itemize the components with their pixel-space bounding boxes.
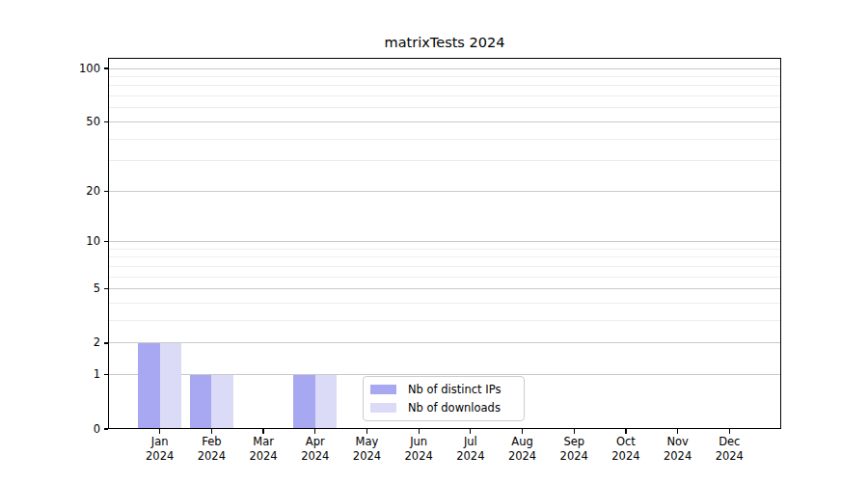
chart-title: matrixTests 2024 (108, 35, 781, 51)
gridline-minor (109, 303, 780, 304)
gridline-major (109, 342, 780, 343)
gridline-minor (109, 160, 780, 161)
y-tick-mark (104, 121, 108, 122)
legend-swatch-distinct-ips (370, 385, 396, 395)
bar-jan-downloads (160, 343, 181, 428)
gridline-minor (109, 320, 780, 321)
x-tick-mark (729, 429, 730, 434)
gridline-major (109, 68, 780, 69)
x-tick-label: Sep 2024 (545, 435, 603, 464)
gridline-major (109, 288, 780, 289)
x-tick-mark (625, 429, 626, 434)
bar-feb-downloads (211, 375, 232, 428)
chart-figure: matrixTests 2024 Nb of distinct IPs Nb o… (0, 0, 868, 482)
gridline-minor (109, 266, 780, 267)
gridline-major (109, 241, 780, 242)
x-tick-mark (470, 429, 471, 434)
bar-apr-downloads (315, 375, 337, 428)
x-tick-mark (677, 429, 678, 434)
axis-spine-top (108, 58, 781, 59)
legend: Nb of distinct IPs Nb of downloads (363, 376, 525, 421)
x-tick-mark (159, 429, 160, 434)
legend-swatch-downloads (370, 403, 396, 414)
y-tick-mark (104, 67, 108, 68)
y-tick-label: 100 (29, 62, 100, 76)
x-tick-label: Aug 2024 (494, 435, 552, 464)
x-tick-mark (419, 429, 420, 434)
gridline-major (109, 191, 780, 192)
x-tick-label: Apr 2024 (286, 435, 344, 464)
x-tick-label: Dec 2024 (700, 435, 758, 464)
x-tick-label: Feb 2024 (182, 435, 240, 464)
gridline-minor (109, 85, 780, 86)
x-tick-label: Jun 2024 (390, 435, 448, 464)
x-tick-label: Jul 2024 (442, 435, 500, 464)
x-tick-label: Nov 2024 (649, 435, 707, 464)
x-tick-label: Jan 2024 (131, 435, 189, 464)
gridline-major (109, 121, 780, 122)
y-tick-mark (104, 342, 108, 343)
y-tick-mark (104, 374, 108, 375)
x-tick-mark (262, 429, 263, 434)
y-tick-label: 0 (29, 422, 100, 437)
y-tick-mark (104, 288, 108, 289)
x-tick-label: Oct 2024 (597, 435, 655, 464)
gridline-minor (109, 95, 780, 96)
y-tick-label: 10 (29, 234, 100, 249)
x-tick-mark (211, 429, 212, 434)
y-tick-label: 2 (29, 335, 100, 350)
legend-label-distinct-ips: Nb of distinct IPs (408, 384, 501, 396)
bar-apr-distinct-ips (293, 375, 314, 428)
gridline-minor (109, 277, 780, 278)
gridline-minor (109, 249, 780, 250)
y-tick-mark (104, 428, 108, 429)
gridline-minor (109, 76, 780, 77)
axis-spine-bottom (108, 428, 781, 429)
y-tick-mark (104, 191, 108, 192)
legend-entry-downloads: Nb of downloads (370, 402, 516, 415)
legend-entry-distinct-ips: Nb of distinct IPs (370, 384, 516, 396)
x-tick-mark (574, 429, 575, 434)
y-tick-label: 50 (29, 115, 100, 129)
gridline-minor (109, 139, 780, 140)
plot-area: Nb of distinct IPs Nb of downloads (108, 58, 781, 429)
x-tick-label: May 2024 (338, 435, 395, 464)
x-tick-mark (314, 429, 315, 434)
gridline-minor (109, 107, 780, 108)
bar-jan-distinct-ips (138, 343, 159, 428)
x-tick-mark (366, 429, 367, 434)
legend-label-downloads: Nb of downloads (408, 402, 501, 415)
x-tick-label: Mar 2024 (234, 435, 292, 464)
y-tick-label: 5 (29, 281, 100, 296)
gridline-minor (109, 256, 780, 257)
x-tick-mark (522, 429, 523, 434)
axis-spine-right (780, 58, 781, 429)
y-tick-label: 20 (29, 184, 100, 199)
axis-spine-left (108, 58, 109, 429)
bar-feb-distinct-ips (190, 375, 211, 428)
y-tick-label: 1 (29, 367, 100, 382)
y-tick-mark (104, 241, 108, 242)
